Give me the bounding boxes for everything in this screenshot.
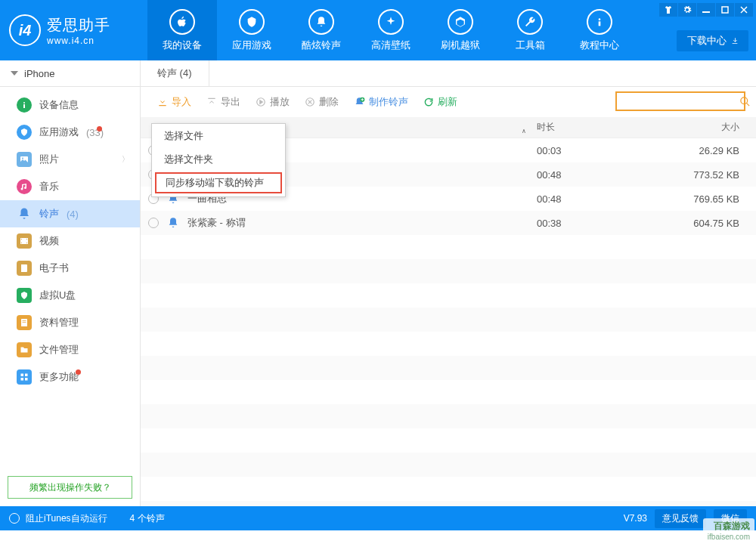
svg-rect-14 — [23, 320, 26, 321]
svg-rect-19 — [25, 378, 28, 381]
sidebar-item-label: 视频 — [39, 234, 59, 248]
download-center-button[interactable]: 下载中心 — [677, 30, 748, 51]
row-duration: 00:48 — [537, 193, 643, 205]
svg-rect-0 — [702, 11, 710, 13]
sidebar-item-label: 更多功能 — [39, 370, 79, 384]
svg-rect-9 — [21, 239, 22, 240]
sidebar-item-music[interactable]: 音乐 — [0, 173, 140, 200]
import-button[interactable]: 导入 — [151, 92, 197, 112]
nav-jailbreak[interactable]: 刷机越狱 — [426, 0, 495, 60]
sidebar-item-video[interactable]: 视频 — [0, 227, 140, 255]
nav-toolbox[interactable]: 工具箱 — [495, 0, 565, 60]
gear-icon[interactable] — [678, 3, 696, 17]
row-size: 769.65 KB — [643, 193, 756, 205]
minimize-button[interactable] — [697, 3, 715, 17]
sidebar-item-label: 设备信息 — [39, 98, 79, 112]
sidebar-item-label: 资料管理 — [39, 316, 79, 329]
sparkle-icon — [378, 9, 404, 35]
nav-tutorials[interactable]: 教程中心 — [565, 0, 634, 60]
dropdown-sync-mobile[interactable]: 同步移动端下载的铃声 — [155, 172, 282, 193]
device-selector[interactable]: iPhone — [0, 60, 140, 87]
shield-icon — [17, 288, 32, 303]
dropdown-select-folder[interactable]: 选择文件夹 — [152, 147, 285, 171]
footer-count: 4 个铃声 — [130, 512, 165, 525]
sidebar-item-file-mgmt[interactable]: 文件管理 — [0, 336, 140, 363]
logo-badge: i4 — [9, 14, 41, 46]
tab-bar: 铃声 (4) — [141, 60, 756, 87]
feedback-button[interactable]: 意见反馈 — [655, 509, 706, 528]
book-icon — [17, 261, 32, 276]
row-size: 26.29 KB — [643, 145, 756, 156]
nav-ringtones[interactable]: 酷炫铃声 — [287, 0, 356, 60]
brand-name: 爱思助手 — [47, 15, 110, 36]
music-icon — [17, 179, 32, 194]
sidebar-item-apps[interactable]: 应用游戏 (33) — [0, 119, 140, 146]
radio-select[interactable] — [148, 218, 159, 228]
wechat-button[interactable]: 微信 — [714, 509, 747, 528]
bell-icon — [166, 216, 180, 230]
tab-ringtones[interactable]: 铃声 (4) — [141, 60, 209, 86]
export-icon — [206, 97, 217, 107]
play-button[interactable]: 播放 — [249, 92, 296, 112]
svg-rect-18 — [21, 378, 24, 381]
sidebar-item-ringtones[interactable]: 铃声 (4) — [0, 200, 140, 227]
doc-icon — [17, 315, 32, 330]
grid-icon — [17, 369, 32, 385]
sidebar-item-more[interactable]: 更多功能 — [0, 363, 140, 391]
svg-point-7 — [22, 158, 23, 159]
sidebar-item-photos[interactable]: 照片 〉 — [0, 146, 140, 173]
main-nav: 我的设备 应用游戏 酷炫铃声 高清壁纸 刷机越狱 工具箱 教程中心 — [147, 0, 634, 60]
svg-rect-12 — [26, 243, 27, 243]
footer-version: V7.93 — [624, 513, 647, 524]
svg-rect-15 — [23, 322, 26, 323]
nav-apps[interactable]: 应用游戏 — [217, 0, 287, 60]
svg-point-4 — [23, 102, 25, 104]
row-duration: 00:38 — [537, 218, 643, 229]
close-button[interactable] — [735, 3, 753, 17]
dropdown-select-file[interactable]: 选择文件 — [152, 124, 285, 147]
toggle-itunes[interactable] — [9, 513, 20, 524]
bell-icon — [17, 206, 32, 221]
wrench-icon — [517, 9, 543, 35]
nav-my-device[interactable]: 我的设备 — [147, 0, 217, 60]
bell-icon — [308, 9, 334, 35]
footer-itunes-label: 阻止iTunes自动运行 — [26, 512, 107, 525]
search-icon[interactable] — [739, 96, 751, 107]
search-box[interactable] — [615, 91, 745, 111]
refresh-button[interactable]: 刷新 — [417, 92, 463, 112]
delete-icon — [305, 97, 315, 107]
nav-wallpaper[interactable]: 高清壁纸 — [356, 0, 426, 60]
col-size[interactable]: 大小 — [643, 121, 756, 134]
svg-rect-11 — [26, 239, 27, 240]
col-duration[interactable]: 时长 — [537, 121, 643, 134]
export-button[interactable]: 导出 — [200, 92, 246, 112]
sidebar-item-ebooks[interactable]: 电子书 — [0, 255, 140, 282]
make-ringtone-button[interactable]: 制作铃声 — [348, 92, 414, 112]
help-link[interactable]: 频繁出现操作失败？ — [8, 476, 132, 499]
photo-icon — [17, 152, 32, 167]
search-input[interactable] — [617, 93, 739, 110]
grid-icon — [17, 125, 32, 140]
nav-label: 教程中心 — [580, 39, 619, 52]
sidebar-item-udisk[interactable]: 虚拟U盘 — [0, 282, 140, 309]
delete-button[interactable]: 删除 — [299, 92, 345, 112]
row-size: 604.75 KB — [643, 218, 756, 229]
sidebar-item-device-info[interactable]: 设备信息 — [0, 91, 140, 119]
sidebar-item-label: 文件管理 — [39, 343, 79, 357]
status-bar: 阻止iTunes自动运行 4 个铃声 V7.93 意见反馈 微信 — [0, 506, 756, 530]
download-icon — [731, 37, 739, 45]
table-row[interactable]: 张紫豪 - 称谓 00:38 604.75 KB — [141, 211, 756, 235]
tshirt-icon[interactable] — [659, 3, 677, 17]
sidebar: iPhone 设备信息 应用游戏 (33) 照片 〉 音乐 — [0, 60, 141, 506]
download-center-label: 下载中心 — [687, 34, 727, 48]
row-name: 张紫豪 - 称谓 — [187, 216, 246, 230]
svg-rect-10 — [21, 243, 22, 243]
sidebar-item-data-mgmt[interactable]: 资料管理 — [0, 309, 140, 336]
svg-rect-17 — [25, 374, 28, 377]
notification-dot — [97, 126, 102, 131]
chevron-down-icon — [11, 71, 18, 76]
nav-label: 工具箱 — [516, 39, 545, 52]
sidebar-count: (4) — [67, 209, 79, 220]
maximize-button[interactable] — [716, 3, 734, 17]
svg-rect-1 — [722, 7, 728, 13]
